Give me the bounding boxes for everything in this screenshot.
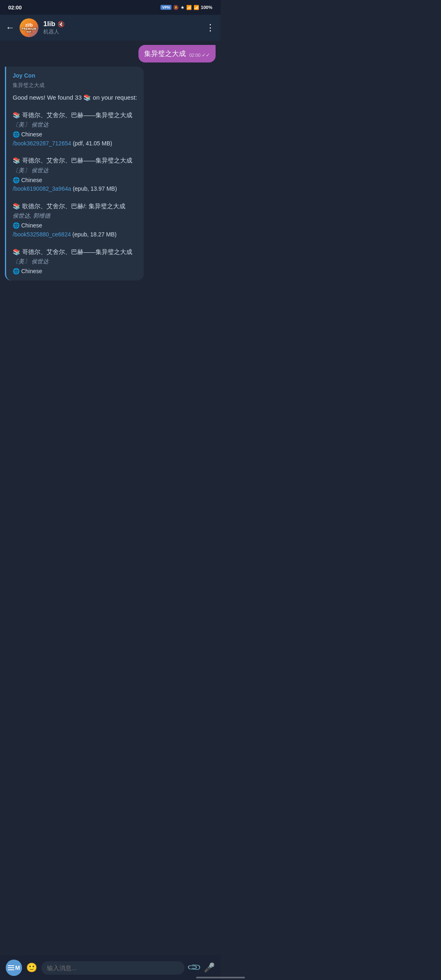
- outgoing-text: 集异璧之大成: [144, 49, 186, 58]
- book-4-title-text: 哥德尔、艾舍尔、巴赫——集异璧之大成: [22, 248, 132, 255]
- more-menu-button[interactable]: ⋮: [206, 22, 215, 33]
- mute-icon: 🔇: [58, 21, 65, 27]
- toolbar: ← zl/b PREMIUM bot 1lib 🔇 机器人 ⋮: [0, 15, 220, 41]
- book-4-lang-emoji: 🌐: [13, 268, 20, 274]
- avatar-mid-text: PREMIUM: [21, 27, 38, 30]
- status-icons: VPN 🔕 ★ 📶 📶 100%: [160, 5, 212, 10]
- book-2-emoji: 📚: [13, 157, 20, 164]
- vpn-badge: VPN: [160, 5, 172, 10]
- book-entry-3: 📚 歌德尔、艾舍尔、巴赫/: 集异璧之大成 侯世达, 郭维德 🌐 Chinese…: [13, 199, 137, 239]
- reply-from: Joy Con: [13, 71, 137, 80]
- outgoing-message: 集异璧之大成 02:00 ✓✓: [5, 45, 216, 62]
- book-2-size: (epub, 13.97 MB): [73, 185, 117, 192]
- book-3-lang-emoji: 🌐: [13, 222, 20, 229]
- book-2-title: 📚 哥德尔、艾舍尔、巴赫——集异璧之大成: [13, 156, 137, 165]
- book-1-title: 📚 哥德尔、艾舍尔、巴赫——集异璧之大成: [13, 111, 137, 120]
- book-1-meta: /book3629287_712654 (pdf, 41.05 MB): [13, 139, 137, 148]
- book-1-author: 〔美〕 侯世达: [13, 120, 137, 129]
- book-1-title-text: 哥德尔、艾舍尔、巴赫——集异璧之大成: [22, 111, 132, 118]
- book-3-meta: /book5325880_ce6824 (epub, 18.27 MB): [13, 230, 137, 239]
- status-bar: 02:00 VPN 🔕 ★ 📶 📶 100%: [0, 0, 220, 15]
- outgoing-meta: 02:00 ✓✓: [189, 52, 210, 58]
- incoming-message: Joy Con 集异璧之大成 Good news! We found 33 📚 …: [5, 67, 216, 281]
- message-intro: Good news! We found 33 📚 on your request…: [13, 93, 137, 102]
- avatar-bot-text: bot: [26, 30, 32, 33]
- book-1-lang-emoji: 🌐: [13, 131, 20, 138]
- battery-level: 100%: [201, 5, 212, 10]
- book-3-link[interactable]: /book5325880_ce6824: [13, 231, 71, 238]
- book-entry-4: 📚 哥德尔、艾舍尔、巴赫——集异璧之大成 〔美〕 侯世达 🌐 Chinese: [13, 245, 137, 276]
- signal-icon: 📶: [194, 5, 199, 10]
- book-2-link[interactable]: /book6190082_3a964a: [13, 185, 71, 192]
- status-time: 02:00: [8, 4, 22, 11]
- outgoing-time: 02:00: [189, 53, 200, 58]
- book-1-link[interactable]: /book3629287_712654: [13, 140, 71, 147]
- book-3-lang: 🌐 Chinese: [13, 221, 137, 230]
- bluetooth-icon: ★: [180, 5, 185, 10]
- bot-subtitle: 机器人: [43, 28, 201, 36]
- book-4-title: 📚 哥德尔、艾舍尔、巴赫——集异璧之大成: [13, 247, 137, 257]
- book-2-title-text: 哥德尔、艾舍尔、巴赫——集异璧之大成: [22, 157, 132, 164]
- book-2-lang-emoji: 🌐: [13, 177, 20, 183]
- avatar-top-text: zl/b: [25, 22, 33, 27]
- read-receipts: ✓✓: [202, 52, 210, 58]
- reply-quote: 集异璧之大成: [13, 81, 137, 89]
- book-4-author: 〔美〕 侯世达: [13, 257, 137, 266]
- mute-icon: 🔕: [173, 5, 179, 10]
- book-3-author: 侯世达, 郭维德: [13, 212, 137, 220]
- book-1-emoji: 📚: [13, 111, 20, 118]
- book-2-meta: /book6190082_3a964a (epub, 13.97 MB): [13, 185, 137, 194]
- book-2-lang: 🌐 Chinese: [13, 176, 137, 185]
- book-4-lang: 🌐 Chinese: [13, 267, 137, 276]
- back-button[interactable]: ←: [6, 22, 15, 33]
- book-1-lang: 🌐 Chinese: [13, 130, 137, 139]
- book-3-title: 📚 歌德尔、艾舍尔、巴赫/: 集异璧之大成: [13, 202, 137, 211]
- bot-name-row: 1lib 🔇: [43, 20, 201, 28]
- book-1-size: (pdf, 41.05 MB): [73, 140, 112, 147]
- book-entry-2: 📚 哥德尔、艾舍尔、巴赫——集异璧之大成 〔美〕 侯世达 🌐 Chinese /…: [13, 154, 137, 194]
- outgoing-bubble: 集异璧之大成 02:00 ✓✓: [138, 45, 216, 62]
- book-entry-1: 📚 哥德尔、艾舍尔、巴赫——集异璧之大成 〔美〕 侯世达 🌐 Chinese /…: [13, 108, 137, 148]
- book-3-title-text: 歌德尔、艾舍尔、巴赫/: 集异璧之大成: [22, 203, 125, 209]
- wifi-icon: 📶: [186, 5, 192, 10]
- toolbar-info: 1lib 🔇 机器人: [43, 20, 201, 36]
- book-3-emoji: 📚: [13, 203, 20, 209]
- bot-name-text: 1lib: [43, 20, 55, 28]
- book-3-size: (epub, 18.27 MB): [72, 231, 116, 238]
- book-4-emoji: 📚: [13, 248, 20, 255]
- bot-avatar: zl/b PREMIUM bot: [20, 18, 38, 37]
- book-2-author: 〔美〕 侯世达: [13, 166, 137, 175]
- incoming-bubble: Joy Con 集异璧之大成 Good news! We found 33 📚 …: [5, 67, 144, 281]
- chat-area: 集异璧之大成 02:00 ✓✓ Joy Con 集异璧之大成 Good news…: [0, 41, 220, 490]
